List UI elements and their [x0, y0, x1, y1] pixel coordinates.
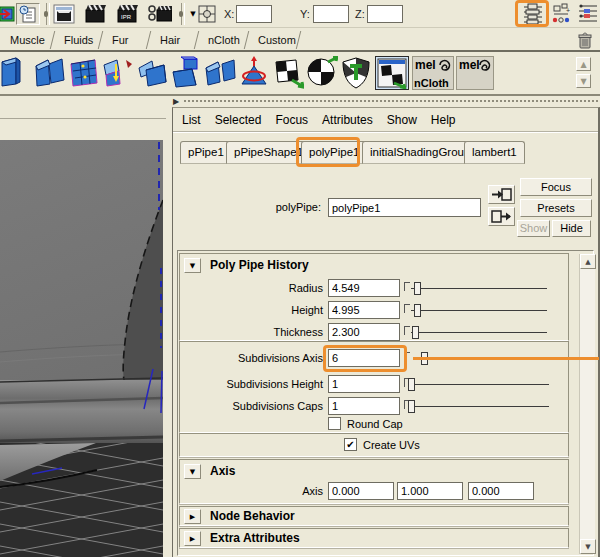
- vertical-scrollbar[interactable]: ▲ ▼: [579, 254, 595, 554]
- collapse-arrow-icon[interactable]: ▼: [184, 258, 201, 273]
- ncloth-caption: nCloth: [414, 77, 449, 89]
- shelf-scroll-down-icon[interactable]: ▼: [576, 74, 591, 88]
- menu-help[interactable]: Help: [431, 113, 456, 127]
- shelf-checker-shield-icon[interactable]: [340, 56, 372, 90]
- viewport-canvas[interactable]: [0, 140, 163, 557]
- trash-icon[interactable]: [576, 31, 594, 52]
- load-attributes-button[interactable]: [488, 185, 515, 204]
- shelf-mel-ncloth-icon[interactable]: mel nCloth: [412, 56, 454, 90]
- section-title: Axis: [210, 464, 235, 478]
- viewport-panel[interactable]: [0, 107, 172, 557]
- viewport-3d-area[interactable]: [0, 140, 163, 557]
- scrollbar-up-icon[interactable]: ▲: [580, 254, 596, 269]
- svg-text:+: +: [566, 7, 570, 14]
- menu-attributes[interactable]: Attributes: [322, 113, 373, 127]
- separator: [181, 3, 185, 25]
- radius-slider-handle[interactable]: [414, 282, 421, 295]
- axis-y-input[interactable]: [397, 482, 463, 500]
- shelf-mel-icon[interactable]: mel: [456, 56, 494, 90]
- attr-label-thickness: Thickness: [181, 326, 323, 338]
- thickness-input[interactable]: [328, 323, 400, 341]
- focus-button[interactable]: Focus: [520, 178, 592, 196]
- mel-label: mel: [459, 58, 480, 72]
- height-slider-handle[interactable]: [414, 304, 421, 317]
- shelf-tab-fur[interactable]: Fur: [104, 31, 137, 50]
- render-view-icon[interactable]: [52, 3, 76, 25]
- shelf-polypipe-icon[interactable]: [0, 56, 32, 90]
- strip-arrow-icon: ▶: [173, 97, 179, 106]
- axis-x-input[interactable]: [328, 482, 394, 500]
- snap-mode-icon[interactable]: ▼: [188, 3, 218, 25]
- thickness-slider-handle[interactable]: [412, 326, 419, 339]
- height-slider-track[interactable]: [411, 310, 547, 311]
- slider-corner: [404, 326, 410, 335]
- subdivisions-caps-slider-handle[interactable]: [408, 400, 415, 413]
- render-current-frame-icon[interactable]: [84, 3, 108, 25]
- tool-settings-toggle-icon[interactable]: +: [551, 3, 573, 25]
- shelf-tab-ncloth[interactable]: nCloth: [200, 31, 248, 50]
- y-input[interactable]: [313, 5, 349, 23]
- radius-input[interactable]: [328, 279, 400, 297]
- round-cap-label: Round Cap: [347, 418, 403, 430]
- shelf-subdiv-plane-icon[interactable]: [68, 56, 100, 90]
- x-input[interactable]: [236, 5, 272, 23]
- shelf-cone-axis-icon[interactable]: [238, 56, 270, 90]
- menu-list[interactable]: List: [182, 113, 201, 127]
- height-input[interactable]: [328, 301, 400, 319]
- subdivisions-caps-slider-track[interactable]: [411, 406, 549, 407]
- clock-document-icon[interactable]: [16, 3, 40, 25]
- shelf-checker-sphere-icon[interactable]: [306, 56, 338, 90]
- collapse-arrow-icon[interactable]: ▼: [184, 464, 201, 479]
- attribute-editor-toggle-icon[interactable]: [519, 3, 547, 25]
- show-button[interactable]: Show: [517, 220, 550, 237]
- presets-button[interactable]: Presets: [520, 199, 592, 217]
- subdivisions-height-slider-track[interactable]: [411, 384, 549, 385]
- tab-lambert1[interactable]: lambert1: [464, 141, 525, 164]
- z-input[interactable]: [367, 5, 403, 23]
- panel-collapse-strip[interactable]: ▶: [172, 96, 600, 107]
- scrollbar-down-icon[interactable]: ▼: [580, 539, 596, 554]
- collapse-arrow-icon[interactable]: ▶: [184, 531, 201, 546]
- viewport-frame-line: [0, 118, 166, 119]
- shelf-tab-fluids[interactable]: Fluids: [56, 31, 101, 50]
- shelf-window-checker-icon[interactable]: [375, 56, 409, 90]
- shelf-tab-hair[interactable]: Hair: [152, 31, 188, 50]
- tab-polypipe1[interactable]: polyPipe1: [301, 141, 368, 164]
- tab-divider: [146, 31, 151, 49]
- subdivisions-height-input[interactable]: [328, 375, 400, 393]
- node-name-input[interactable]: [328, 198, 481, 217]
- tab-initialshadinggroup[interactable]: initialShadingGroup: [362, 141, 478, 164]
- subdivisions-height-slider-handle[interactable]: [408, 378, 415, 391]
- radius-slider-track[interactable]: [411, 288, 547, 289]
- shelf-scroll-up-icon[interactable]: ▲: [576, 57, 591, 71]
- channel-box-toggle-icon[interactable]: [577, 3, 599, 25]
- shelf-separate-icon[interactable]: [204, 56, 236, 90]
- make-live-icon[interactable]: [0, 3, 16, 25]
- separator: [46, 3, 50, 25]
- create-uvs-checkbox[interactable]: ✔: [344, 438, 357, 451]
- axis-z-input[interactable]: [468, 482, 534, 500]
- tab-ppipeshape1[interactable]: pPipeShape1: [226, 141, 311, 164]
- shelf-combine-icon[interactable]: [136, 56, 168, 90]
- shelf-cube-plane-icon[interactable]: [170, 56, 202, 90]
- menu-show[interactable]: Show: [387, 113, 417, 127]
- round-cap-checkbox[interactable]: [328, 417, 341, 430]
- strip-dots: [184, 100, 598, 102]
- tab-ppipe1[interactable]: pPipe1: [180, 141, 232, 164]
- hide-button[interactable]: Hide: [552, 220, 591, 237]
- shelf-tab-muscle[interactable]: Muscle: [2, 31, 53, 50]
- copy-tab-button[interactable]: [488, 207, 515, 226]
- shelf-polyplane-pair-icon[interactable]: [34, 56, 66, 90]
- ipr-text: IPR: [121, 14, 132, 20]
- subdivisions-axis-input[interactable]: [328, 349, 400, 367]
- menu-focus[interactable]: Focus: [275, 113, 308, 127]
- attr-label-radius: Radius: [181, 282, 323, 294]
- shelf-checker-flag-icon[interactable]: [272, 56, 304, 90]
- subdivisions-caps-input[interactable]: [328, 397, 400, 415]
- ipr-render-icon[interactable]: IPR: [116, 3, 140, 25]
- menu-selected[interactable]: Selected: [215, 113, 262, 127]
- collapse-arrow-icon[interactable]: ▶: [184, 509, 201, 524]
- shelf-extrude-icon[interactable]: [102, 56, 134, 90]
- thickness-slider-track[interactable]: [411, 332, 547, 333]
- render-settings-icon[interactable]: [148, 3, 172, 25]
